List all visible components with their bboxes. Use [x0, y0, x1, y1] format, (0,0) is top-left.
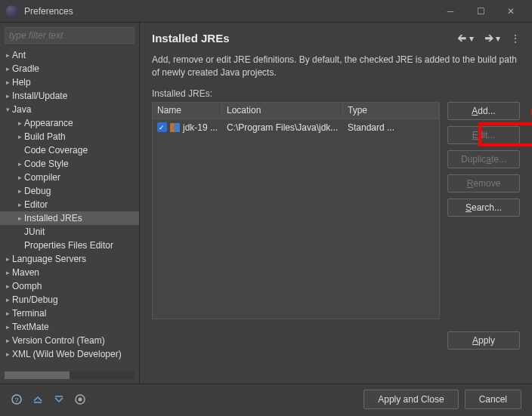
- svg-text:?: ?: [14, 396, 18, 404]
- tree-item-label: Java: [12, 104, 31, 115]
- tree-item-label: Appearance: [24, 118, 73, 128]
- tree-item-textmate[interactable]: ▸TextMate: [0, 320, 139, 334]
- nav-back-icon[interactable]: 🡰 ▾: [457, 33, 473, 44]
- apply-button[interactable]: Apply: [447, 331, 520, 350]
- tree-item-xml-wild-web-developer-[interactable]: ▸XML (Wild Web Developer): [0, 347, 139, 361]
- jre-icon: [170, 123, 180, 132]
- tree-item-code-coverage[interactable]: Code Coverage: [0, 143, 139, 157]
- expand-icon[interactable]: ▸: [3, 268, 12, 277]
- tree-item-properties-files-editor[interactable]: Properties Files Editor: [0, 239, 139, 252]
- cancel-button[interactable]: Cancel: [465, 390, 521, 409]
- tree-item-compiler[interactable]: ▸Compiler: [0, 171, 139, 184]
- expand-icon[interactable]: ▸: [3, 282, 12, 291]
- add-button[interactable]: Add...: [447, 102, 520, 120]
- horizontal-scrollbar[interactable]: [5, 371, 135, 379]
- tree-item-label: Code Style: [24, 159, 69, 169]
- page-description: Add, remove or edit JRE definitions. By …: [152, 54, 520, 79]
- tree-item-version-control-team-[interactable]: ▸Version Control (Team): [0, 334, 139, 347]
- tree-item-installed-jres[interactable]: ▸Installed JREs: [0, 211, 139, 225]
- tree-item-junit[interactable]: JUnit: [0, 225, 139, 239]
- remove-button: Remove: [447, 174, 520, 193]
- tree-item-label: Build Path: [24, 131, 66, 142]
- expand-icon[interactable]: ▸: [3, 254, 12, 263]
- maximize-button[interactable]: ☐: [466, 0, 496, 23]
- tree-item-label: Properties Files Editor: [24, 240, 113, 251]
- tree-item-maven[interactable]: ▸Maven: [0, 266, 139, 279]
- filter-input[interactable]: [5, 27, 135, 44]
- edit-button: Edit...: [447, 126, 520, 144]
- preferences-sidebar: ▸Ant▸Gradle▸Help▸Install/Update▾Java▸App…: [0, 23, 139, 384]
- tree-item-help[interactable]: ▸Help: [0, 75, 139, 89]
- expand-icon[interactable]: ▸: [3, 78, 12, 87]
- tree-item-label: Ant: [12, 50, 26, 60]
- title-bar: Preferences ─ ☐ ✕: [0, 0, 532, 23]
- main-panel: Installed JREs 🡰 ▾ 🡲 ▾ ⋮ Add, remove or …: [139, 23, 532, 384]
- eclipse-logo-icon: [6, 5, 18, 17]
- preferences-tree[interactable]: ▸Ant▸Gradle▸Help▸Install/Update▾Java▸App…: [0, 47, 139, 371]
- search-button[interactable]: Search...: [447, 199, 520, 217]
- jre-type: Standard ...: [343, 121, 439, 134]
- help-icon[interactable]: ?: [11, 393, 23, 405]
- tree-item-label: Language Servers: [12, 254, 86, 264]
- tree-item-label: Debug: [24, 186, 51, 196]
- jre-name: jdk-19 ...: [183, 122, 218, 133]
- expand-icon[interactable]: ▸: [15, 214, 24, 223]
- tree-item-debug[interactable]: ▸Debug: [0, 184, 139, 198]
- expand-icon[interactable]: ▸: [3, 91, 12, 100]
- record-icon[interactable]: [74, 393, 86, 405]
- apply-and-close-button[interactable]: Apply and Close: [363, 390, 458, 409]
- tree-item-label: Maven: [12, 267, 39, 278]
- close-button[interactable]: ✕: [496, 0, 526, 23]
- minimize-button[interactable]: ─: [435, 0, 466, 23]
- tree-item-label: Code Coverage: [24, 145, 88, 156]
- expand-icon[interactable]: ▸: [15, 119, 24, 128]
- nav-menu-icon[interactable]: ⋮: [511, 33, 520, 44]
- tree-item-label: Install/Update: [12, 91, 67, 101]
- col-location[interactable]: Location: [222, 103, 343, 119]
- tree-item-label: Compiler: [24, 172, 60, 183]
- col-type[interactable]: Type: [343, 103, 439, 119]
- window-title: Preferences: [24, 6, 73, 17]
- tree-item-terminal[interactable]: ▸Terminal: [0, 307, 139, 320]
- expand-icon[interactable]: ▸: [15, 200, 24, 209]
- svg-point-5: [79, 397, 82, 401]
- expand-icon[interactable]: ▸: [15, 186, 24, 196]
- expand-icon[interactable]: ▸: [3, 350, 12, 359]
- col-name[interactable]: Name: [153, 103, 222, 119]
- tree-item-java[interactable]: ▾Java: [0, 103, 139, 116]
- tree-item-install-update[interactable]: ▸Install/Update: [0, 89, 139, 103]
- expand-icon[interactable]: ▾: [3, 105, 12, 114]
- jre-table[interactable]: Name Location Type ✓ jdk-19 ... C:\Progr…: [152, 102, 440, 319]
- nav-forward-icon[interactable]: 🡲 ▾: [484, 33, 500, 44]
- duplicate-button: Duplicate...: [447, 150, 520, 168]
- tree-item-gradle[interactable]: ▸Gradle: [0, 62, 139, 75]
- expand-icon[interactable]: ▸: [3, 309, 12, 318]
- tree-item-language-servers[interactable]: ▸Language Servers: [0, 252, 139, 266]
- expand-icon[interactable]: ▸: [15, 132, 24, 141]
- expand-icon[interactable]: ▸: [15, 159, 24, 168]
- table-row[interactable]: ✓ jdk-19 ... C:\Program Files\Java\jdk..…: [153, 119, 439, 136]
- expand-icon[interactable]: ▸: [3, 64, 12, 73]
- tree-item-code-style[interactable]: ▸Code Style: [0, 157, 139, 171]
- tree-item-run-debug[interactable]: ▸Run/Debug: [0, 293, 139, 307]
- page-title: Installed JREs: [152, 32, 230, 45]
- tree-item-label: JUnit: [24, 226, 45, 237]
- jre-location: C:\Program Files\Java\jdk...: [222, 121, 343, 134]
- tree-item-label: Oomph: [12, 281, 42, 291]
- expand-icon[interactable]: ▸: [15, 173, 24, 182]
- expand-icon[interactable]: ▸: [3, 51, 12, 60]
- jre-checkbox[interactable]: ✓: [157, 122, 167, 132]
- tree-item-ant[interactable]: ▸Ant: [0, 48, 139, 62]
- import-icon[interactable]: [32, 393, 44, 405]
- tree-item-label: XML (Wild Web Developer): [12, 349, 122, 359]
- tree-item-label: Help: [12, 77, 31, 88]
- expand-icon[interactable]: ▸: [3, 295, 12, 304]
- expand-icon[interactable]: ▸: [3, 322, 12, 331]
- export-icon[interactable]: [53, 393, 65, 405]
- tree-item-build-path[interactable]: ▸Build Path: [0, 130, 139, 143]
- tree-item-oomph[interactable]: ▸Oomph: [0, 279, 139, 293]
- tree-item-appearance[interactable]: ▸Appearance: [0, 116, 139, 130]
- expand-icon[interactable]: ▸: [3, 336, 12, 345]
- tree-item-label: TextMate: [12, 322, 49, 332]
- tree-item-editor[interactable]: ▸Editor: [0, 198, 139, 211]
